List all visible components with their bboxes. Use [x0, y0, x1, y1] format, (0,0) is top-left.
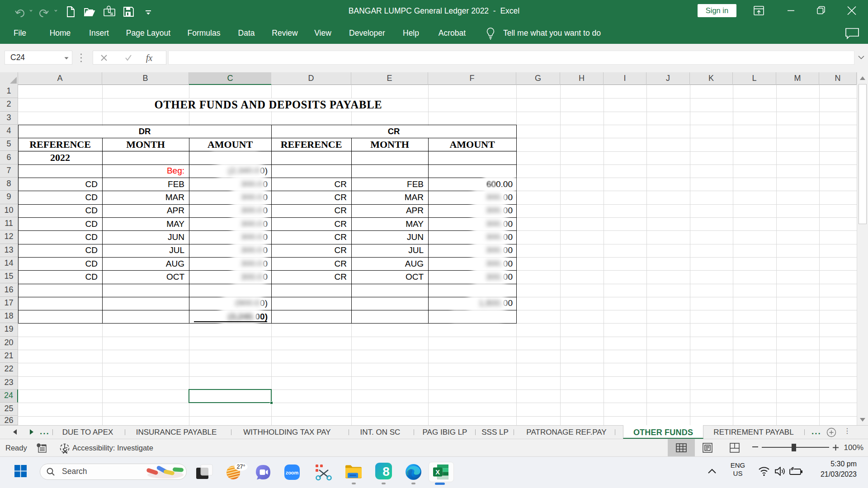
svg-text:X: X	[435, 469, 440, 476]
svg-text:zoom: zoom	[286, 470, 299, 475]
svg-text:8: 8	[382, 465, 390, 479]
svg-text:27°: 27°	[237, 464, 245, 470]
svg-text:fx: fx	[146, 53, 153, 63]
